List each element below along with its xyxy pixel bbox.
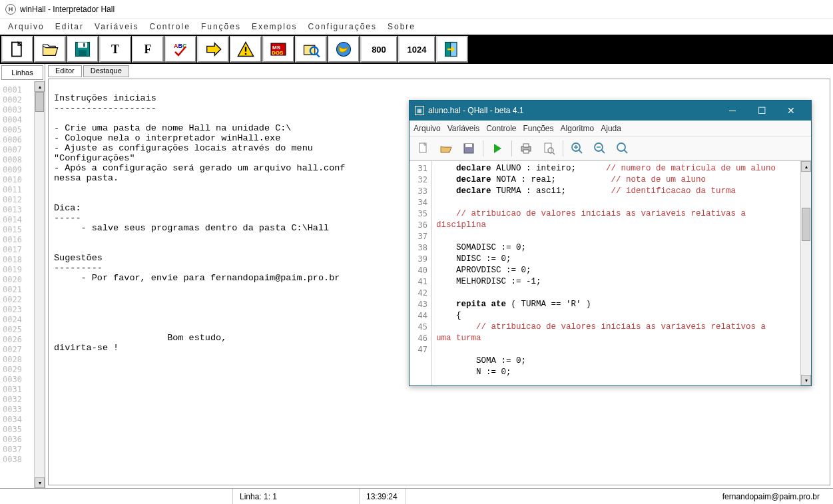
res-1024-button[interactable]: 1024 bbox=[398, 36, 435, 63]
line-numbers: 0001 0002 0003 0004 0005 0006 0007 0008 … bbox=[0, 81, 34, 488]
svg-rect-7 bbox=[245, 53, 246, 55]
res-800-button[interactable]: 800 bbox=[360, 36, 398, 63]
lines-tab[interactable]: Linhas bbox=[1, 65, 43, 80]
abc-check-button[interactable]: ABC bbox=[164, 36, 196, 63]
msdos-button[interactable]: MSDOS bbox=[262, 36, 294, 63]
qmenu-controle[interactable]: Controle bbox=[486, 124, 516, 133]
qhall-editor: 31 32 33 34 35 36 37 38 39 40 41 42 43 4… bbox=[410, 160, 811, 385]
qsave-button[interactable] bbox=[459, 139, 479, 158]
save-button[interactable] bbox=[67, 36, 99, 63]
svg-line-31 bbox=[601, 150, 605, 153]
menu-controle[interactable]: Controle bbox=[146, 21, 194, 33]
qzoom-out-button[interactable] bbox=[590, 139, 610, 158]
svg-rect-19 bbox=[465, 144, 472, 147]
titlebar: H winHall - Interpretador Hall bbox=[0, 0, 833, 19]
qhall-titlebar[interactable]: ▦ aluno.hal - QHall - beta 4.1 ─ ☐ ✕ bbox=[410, 101, 811, 121]
tab-editor[interactable]: Editor bbox=[48, 65, 82, 77]
open-file-button[interactable] bbox=[34, 36, 66, 63]
run-button[interactable] bbox=[197, 36, 229, 63]
f-button[interactable]: F bbox=[132, 36, 164, 63]
search-button[interactable] bbox=[295, 36, 327, 63]
qprint-button[interactable] bbox=[516, 139, 536, 158]
menu-exemplos[interactable]: Exemplos bbox=[248, 21, 302, 33]
t-button[interactable]: T bbox=[99, 36, 131, 63]
qmenu-arquivo[interactable]: Arquivo bbox=[414, 124, 441, 133]
qhall-window: ▦ aluno.hal - QHall - beta 4.1 ─ ☐ ✕ Arq… bbox=[409, 100, 812, 386]
menubar: Arquivo Editar Variáveis Controle Funçõe… bbox=[0, 19, 833, 35]
status-empty bbox=[0, 489, 233, 504]
qhall-title-text: aluno.hal - QHall - beta 4.1 bbox=[428, 106, 523, 115]
exit-button[interactable] bbox=[436, 36, 468, 63]
svg-line-34 bbox=[624, 150, 627, 153]
svg-line-13 bbox=[316, 54, 320, 57]
new-file-button[interactable] bbox=[1, 36, 33, 63]
qscroll-thumb[interactable] bbox=[802, 208, 810, 241]
minimize-button[interactable]: ─ bbox=[718, 101, 747, 121]
qhall-code[interactable]: declare ALUNO : inteiro; // numero de ma… bbox=[432, 161, 800, 385]
menu-configuracoes[interactable]: Configurações bbox=[304, 21, 381, 33]
scroll-up-icon[interactable]: ▴ bbox=[35, 81, 45, 92]
svg-rect-3 bbox=[79, 50, 87, 56]
qhall-toolbar bbox=[410, 136, 811, 160]
warning-button[interactable] bbox=[230, 36, 262, 63]
qhall-menubar: Arquivo Variáveis Controle Funções Algor… bbox=[410, 121, 811, 136]
internet-button[interactable] bbox=[328, 36, 360, 63]
svg-rect-6 bbox=[245, 47, 246, 52]
svg-rect-22 bbox=[523, 150, 529, 153]
qscroll-up-icon[interactable]: ▴ bbox=[801, 161, 811, 172]
close-button[interactable]: ✕ bbox=[776, 101, 806, 121]
qscroll-down-icon[interactable]: ▾ bbox=[801, 375, 811, 385]
qrun-button[interactable] bbox=[487, 139, 507, 158]
svg-line-25 bbox=[553, 152, 555, 154]
status-linecol: Linha: 1: 1 bbox=[233, 489, 360, 504]
qpreview-button[interactable] bbox=[539, 139, 559, 158]
svg-rect-2 bbox=[78, 43, 87, 48]
svg-rect-21 bbox=[523, 144, 529, 147]
status-email: fernandopaim@paim.pro.br bbox=[709, 492, 833, 501]
qhall-scrollbar[interactable]: ▴ ▾ bbox=[800, 161, 811, 385]
svg-text:DOS: DOS bbox=[272, 50, 284, 56]
qopen-button[interactable] bbox=[436, 139, 456, 158]
qnew-button[interactable] bbox=[414, 139, 433, 158]
qhall-gutter: 31 32 33 34 35 36 37 38 39 40 41 42 43 4… bbox=[410, 161, 432, 385]
app-icon: H bbox=[5, 4, 16, 15]
editor-tabs: Editor Destaque bbox=[45, 64, 833, 79]
lines-panel: Linhas 0001 0002 0003 0004 0005 0006 000… bbox=[0, 64, 45, 488]
qmenu-funcoes[interactable]: Funções bbox=[523, 124, 554, 133]
scroll-thumb[interactable] bbox=[35, 92, 44, 112]
qzoom-in-button[interactable] bbox=[567, 139, 587, 158]
tab-destaque[interactable]: Destaque bbox=[83, 65, 129, 77]
menu-variaveis[interactable]: Variáveis bbox=[91, 21, 142, 33]
menu-arquivo[interactable]: Arquivo bbox=[4, 21, 49, 33]
qmenu-ajuda[interactable]: Ajuda bbox=[601, 124, 621, 133]
qhall-app-icon: ▦ bbox=[415, 106, 424, 115]
svg-rect-4 bbox=[83, 43, 85, 47]
toolbar: T F ABC MSDOS 800 1024 bbox=[0, 35, 833, 64]
qmenu-variaveis[interactable]: Variáveis bbox=[447, 124, 479, 133]
scroll-down-icon[interactable]: ▾ bbox=[35, 477, 45, 488]
qmenu-algoritmo[interactable]: Algoritmo bbox=[561, 124, 595, 133]
lines-scrollbar[interactable]: ▴ ▾ bbox=[34, 81, 45, 488]
menu-funcoes[interactable]: Funções bbox=[197, 21, 245, 33]
qzoom-reset-button[interactable] bbox=[613, 139, 633, 158]
svg-line-27 bbox=[579, 150, 582, 153]
window-title: winHall - Interpretador Hall bbox=[20, 5, 115, 14]
menu-editar[interactable]: Editar bbox=[51, 21, 88, 33]
statusbar: Linha: 1: 1 13:39:24 fernandopaim@paim.p… bbox=[0, 488, 833, 504]
maximize-button[interactable]: ☐ bbox=[747, 101, 776, 121]
status-time: 13:39:24 bbox=[360, 489, 406, 504]
menu-sobre[interactable]: Sobre bbox=[384, 21, 419, 33]
